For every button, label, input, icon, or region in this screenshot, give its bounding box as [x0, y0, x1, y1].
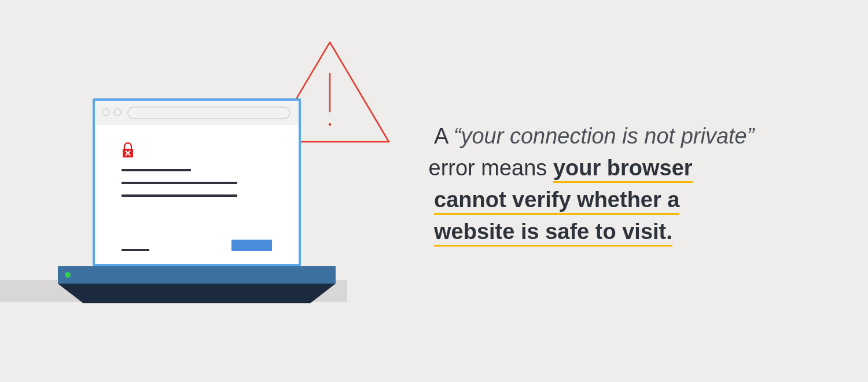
browser-error-page — [95, 125, 299, 264]
primary-action-button-placeholder — [231, 240, 272, 251]
power-led-icon — [65, 272, 71, 278]
window-control-icon — [102, 108, 110, 116]
laptop-base — [58, 266, 336, 284]
svg-marker-3 — [58, 284, 336, 303]
lock-x-icon — [122, 142, 134, 159]
quote-open: “ — [454, 124, 461, 148]
bold-line-2: cannot verify whether a — [434, 188, 679, 215]
explanation-text: A “your connection is not private” error… — [434, 120, 822, 248]
text-placeholder-line — [122, 182, 237, 184]
text-prefix: A — [434, 124, 454, 148]
bold-line-1: your browser — [553, 156, 693, 183]
bold-line-3: website is safe to visit. — [434, 219, 672, 247]
text-placeholder-line — [122, 194, 237, 197]
text-mid: error means — [429, 156, 553, 180]
quote-close: ” — [747, 124, 755, 148]
address-bar — [127, 106, 290, 119]
quote-phrase: your connection is not private — [461, 124, 746, 148]
text-placeholder-line — [122, 249, 149, 251]
laptop-screen — [93, 98, 301, 266]
text-placeholder-line — [122, 169, 191, 171]
window-control-icon — [113, 108, 122, 116]
svg-point-1 — [329, 123, 332, 126]
browser-toolbar — [95, 101, 299, 125]
